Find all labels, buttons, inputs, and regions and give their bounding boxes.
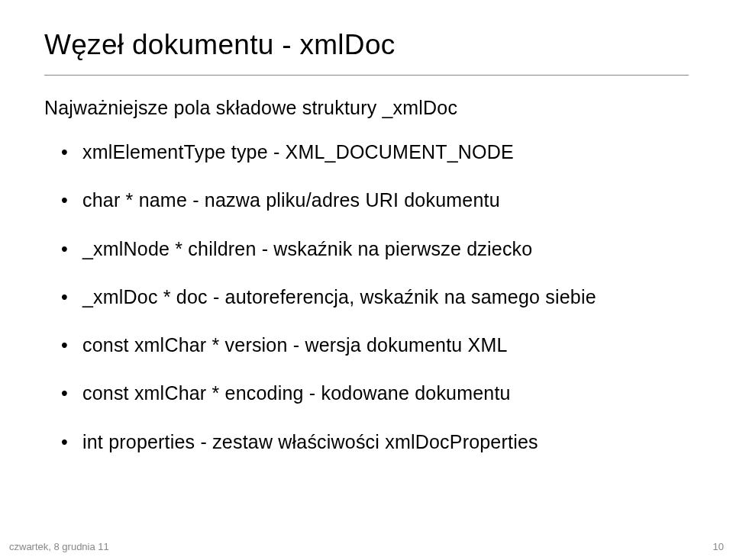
list-item: const xmlChar * version - wersja dokumen… [61,333,689,357]
slide-content: Węzeł dokumentu - xmlDoc Najważniejsze p… [0,0,733,454]
footer-page-number: 10 [713,541,724,552]
title-divider [44,75,689,76]
list-item: char * name - nazwa pliku/adres URI doku… [61,188,689,212]
bullet-list: xmlElementType type - XML_DOCUMENT_NODE … [44,140,689,454]
subtitle: Najważniejsze pola składowe struktury _x… [44,97,689,119]
footer-date: czwartek, 8 grudnia 11 [9,541,109,552]
footer: czwartek, 8 grudnia 11 10 [9,541,724,552]
list-item: _xmlNode * children - wskaźnik na pierws… [61,237,689,261]
list-item: xmlElementType type - XML_DOCUMENT_NODE [61,140,689,164]
list-item: int properties - zestaw właściwości xmlD… [61,430,689,454]
page-title: Węzeł dokumentu - xmlDoc [44,29,689,61]
list-item: _xmlDoc * doc - autoreferencja, wskaźnik… [61,285,689,309]
list-item: const xmlChar * encoding - kodowane doku… [61,381,689,405]
